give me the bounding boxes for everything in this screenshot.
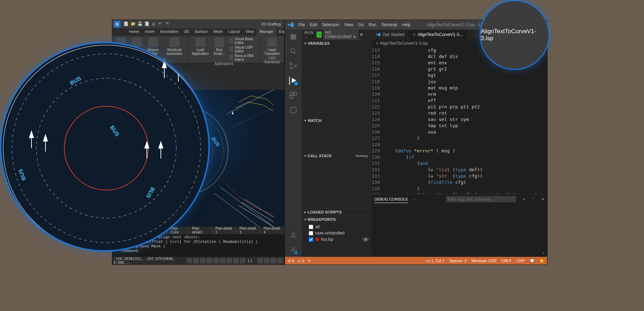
status-cursor-pos[interactable]: Ln 1, Col 1 xyxy=(426,259,444,263)
breakpoint-all[interactable]: all xyxy=(309,224,369,230)
variables-section[interactable]: ▾VARIABLES xyxy=(302,40,372,47)
undo-icon[interactable]: ↶ xyxy=(158,21,164,27)
ribbon-tab-manage[interactable]: Manage xyxy=(257,28,276,36)
status-language[interactable]: LISP xyxy=(516,259,525,263)
breakpoint-user-unhandled[interactable]: user-unhandled xyxy=(309,230,369,236)
debug-start-button[interactable] xyxy=(316,31,322,38)
vscode-status-bar: ⊘ 0 ⚠ 0 ↻ Ln 1, Col 1 Spaces: 2 Windows … xyxy=(285,257,547,265)
ribbon-tab-surface[interactable]: Surface xyxy=(192,28,211,36)
open-icon[interactable]: 📁 xyxy=(130,21,136,27)
menu-terminal[interactable]: Terminal xyxy=(381,22,397,27)
status-bell-icon[interactable]: 🔔 xyxy=(539,259,544,263)
lwt-icon[interactable] xyxy=(227,258,232,263)
ribbon-tab-mesh[interactable]: Mesh xyxy=(210,28,226,36)
status-icon[interactable] xyxy=(257,258,263,263)
source-control-icon[interactable] xyxy=(289,62,298,70)
ribbon-tab-insert[interactable]: Insert xyxy=(142,28,157,36)
callstack-status: Running xyxy=(354,154,369,158)
layer-translator-button[interactable]: Layer Translator xyxy=(262,37,282,56)
run-script-button[interactable]: Run Script... xyxy=(211,37,228,62)
loaded-scripts-section[interactable]: ▸LOADED SCRIPTS xyxy=(302,209,372,216)
extensions-icon[interactable] xyxy=(289,91,298,100)
save-icon[interactable]: 💾 xyxy=(137,21,143,27)
account-icon[interactable] xyxy=(289,232,298,240)
redo-icon[interactable]: ↷ xyxy=(165,21,171,27)
search-icon[interactable] xyxy=(289,47,298,56)
menu-view[interactable]: View xyxy=(344,22,353,27)
saveas-icon[interactable]: 📑 xyxy=(144,21,150,27)
menu-file[interactable]: File xyxy=(298,22,305,27)
run-vba-macro-button[interactable]: Runs a VBA macro xyxy=(228,53,258,62)
settings-gear-icon[interactable]: 1 xyxy=(289,246,298,254)
workspace-selector[interactable]: 2D Drafting xyxy=(259,21,283,27)
visual-lisp-editor-button[interactable]: Visual LISP Editor xyxy=(228,45,258,53)
visual-basic-editor-button[interactable]: Visual Basic Editor xyxy=(228,37,258,45)
callstack-section[interactable]: ▾CALL STACKRunning xyxy=(302,152,372,159)
ribbon-tab-view[interactable]: View xyxy=(243,28,257,36)
debug-console-tab[interactable]: DEBUG CONSOLE xyxy=(374,196,408,203)
ribbon-tab-home[interactable]: Home xyxy=(126,28,142,36)
debug-console-prompt-icon[interactable]: › xyxy=(543,251,544,255)
tab-get-started[interactable]: Get Started xyxy=(372,30,409,39)
panel-close-icon[interactable]: ✕ xyxy=(541,197,544,202)
status-icon[interactable] xyxy=(264,258,270,263)
shortcuts-button[interactable]: Shortcuts customize xyxy=(162,37,186,56)
explorer-icon[interactable] xyxy=(289,32,298,41)
debug-settings-icon[interactable]: ⚙ xyxy=(360,32,364,37)
dyn-icon[interactable] xyxy=(220,258,226,263)
status-feedback-icon[interactable]: 💬 xyxy=(530,259,535,263)
grid-icon[interactable] xyxy=(187,258,192,263)
lisp-ext-icon[interactable] xyxy=(289,106,298,114)
zoom-magnifier: BUS BUS BUS BUS xyxy=(0,42,210,252)
status-indent[interactable]: Spaces: 2 xyxy=(449,259,466,263)
ribbon-tab-layout[interactable]: Layout xyxy=(226,28,243,36)
ribbon-tab-3d[interactable]: 3D xyxy=(181,28,192,36)
polar-icon[interactable] xyxy=(207,258,212,263)
panel-more-icon[interactable]: ⋯ xyxy=(412,197,416,202)
cad-titlebar: G 📄 📁 💾 📑 🖨 ↶ ↷ 2D Drafting xyxy=(112,20,284,28)
status-icon[interactable] xyxy=(271,258,276,263)
load-application-button[interactable]: Load Application xyxy=(189,37,211,62)
status-encoding[interactable]: Windows 1252 xyxy=(471,259,496,263)
panel-toggle-icon[interactable]: ≡ xyxy=(523,197,525,201)
ribbon-tabs: Home Insert Annotation 3D Surface Mesh L… xyxy=(112,28,284,36)
cad-app-logo[interactable]: G xyxy=(114,21,121,28)
filter-input[interactable] xyxy=(446,196,516,202)
ribbon-tab-annotation[interactable]: Annotation xyxy=(157,28,181,36)
svg-rect-31 xyxy=(290,92,293,95)
menu-run[interactable]: Run xyxy=(368,22,376,27)
status-eol[interactable]: CRLF xyxy=(501,259,511,263)
panel-maximize-icon[interactable]: ˄ xyxy=(532,197,534,202)
menu-help[interactable]: Help xyxy=(402,22,411,27)
qp-icon[interactable] xyxy=(240,258,245,263)
svg-line-4 xyxy=(227,90,273,114)
osnap-icon[interactable] xyxy=(213,258,219,263)
tab-lisp-file[interactable]: ≡AlignTextToCurveV1-3... xyxy=(409,30,467,39)
model-icon[interactable] xyxy=(233,258,239,263)
status-warnings[interactable]: ⚠ 0 xyxy=(298,259,304,263)
svg-point-28 xyxy=(290,63,292,65)
status-errors[interactable]: ⊘ 0 xyxy=(288,259,294,263)
run-debug-icon[interactable]: 1 xyxy=(289,77,298,85)
breakpoint-foo[interactable]: foo.lsp9 xyxy=(309,236,369,243)
snap-icon[interactable] xyxy=(193,258,199,263)
breakpoints-section[interactable]: ▾BREAKPOINTS xyxy=(302,216,372,223)
status-sync-icon[interactable]: ↻ xyxy=(308,259,311,263)
debug-more-icon[interactable]: ⋯ xyxy=(365,32,369,37)
menu-go[interactable]: Go xyxy=(358,22,364,27)
svg-line-7 xyxy=(214,193,263,227)
menu-selection[interactable]: Selection xyxy=(322,22,339,27)
svg-point-13 xyxy=(36,78,176,218)
watch-section[interactable]: ▾WATCH xyxy=(302,117,372,124)
svg-point-29 xyxy=(290,67,292,69)
ortho-icon[interactable] xyxy=(200,258,206,263)
debug-config-dropdown[interactable]: No Configurat ▾ xyxy=(323,30,358,40)
status-icon[interactable] xyxy=(277,258,283,263)
print-icon[interactable]: 🖨 xyxy=(151,21,157,27)
scale-readout[interactable]: 1:1 xyxy=(248,259,252,263)
menu-edit[interactable]: Edit xyxy=(310,22,317,27)
minimap[interactable] xyxy=(530,47,547,194)
svg-text:BUS: BUS xyxy=(69,75,82,86)
new-icon[interactable]: 📄 xyxy=(123,21,129,27)
cmd-prompt[interactable]: Command: xyxy=(121,248,282,253)
